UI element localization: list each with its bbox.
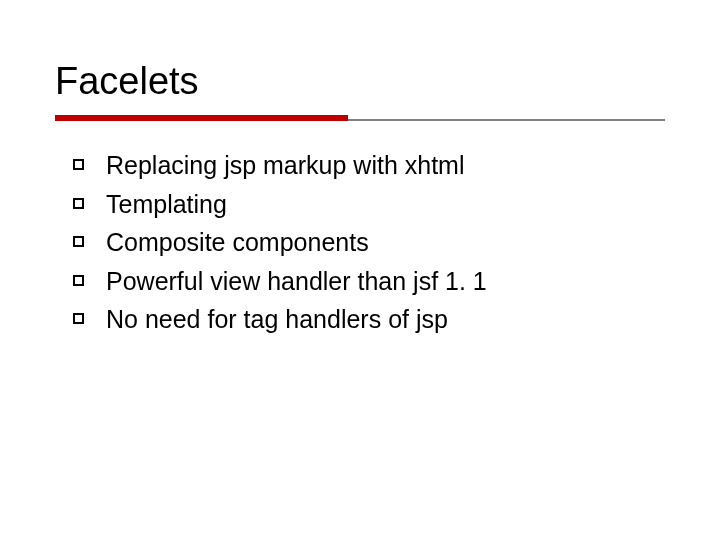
bullet-text: Templating [106, 188, 227, 221]
slide-container: Facelets Replacing jsp markup with xhtml… [0, 0, 720, 540]
square-bullet-icon [73, 313, 84, 324]
slide-title: Facelets [55, 60, 665, 103]
title-underline [55, 115, 665, 121]
list-item: No need for tag handlers of jsp [73, 303, 665, 336]
square-bullet-icon [73, 159, 84, 170]
list-item: Composite components [73, 226, 665, 259]
bullet-text: Composite components [106, 226, 369, 259]
square-bullet-icon [73, 198, 84, 209]
list-item: Templating [73, 188, 665, 221]
bullet-text: Replacing jsp markup with xhtml [106, 149, 464, 182]
list-item: Powerful view handler than jsf 1. 1 [73, 265, 665, 298]
square-bullet-icon [73, 275, 84, 286]
square-bullet-icon [73, 236, 84, 247]
bullet-list: Replacing jsp markup with xhtml Templati… [55, 149, 665, 336]
bullet-text: Powerful view handler than jsf 1. 1 [106, 265, 487, 298]
list-item: Replacing jsp markup with xhtml [73, 149, 665, 182]
underline-accent [55, 115, 348, 121]
underline-divider [348, 119, 665, 121]
bullet-text: No need for tag handlers of jsp [106, 303, 448, 336]
